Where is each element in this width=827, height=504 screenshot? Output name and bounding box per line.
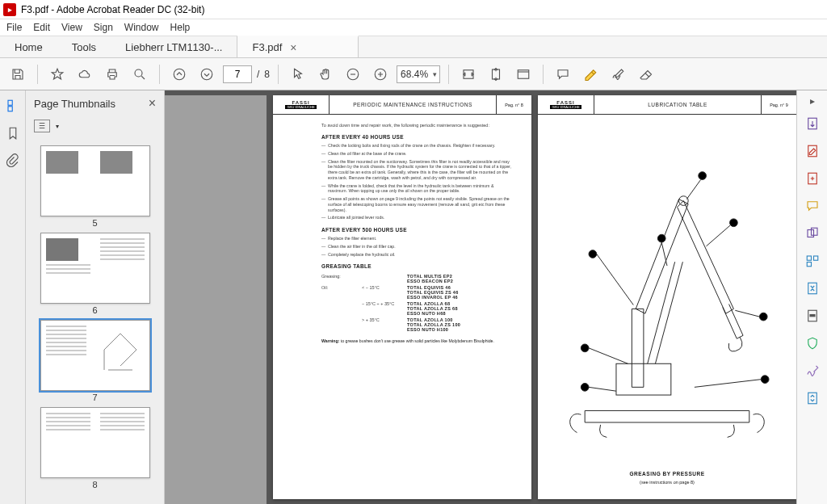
zoom-select[interactable]: 68.4% <box>397 65 440 83</box>
svg-point-13 <box>581 344 589 352</box>
thumbnail-5[interactable]: 5 <box>40 145 150 228</box>
window-titlebar: ▸ F3.pdf - Adobe Acrobat Reader DC (32-b… <box>0 0 827 19</box>
svg-rect-26 <box>813 256 817 260</box>
workspace: Page Thumbnails × ☰ 5 6 7 <box>0 90 827 504</box>
protect-icon[interactable] <box>802 333 823 354</box>
page-number-input[interactable] <box>223 65 252 83</box>
thumbnails-rail-icon[interactable] <box>4 97 22 115</box>
svg-rect-9 <box>8 107 12 111</box>
combine-icon[interactable] <box>802 223 823 244</box>
create-pdf-icon[interactable] <box>802 168 823 189</box>
export-pdf-icon[interactable] <box>802 113 823 134</box>
doc-tab-2[interactable]: F3.pdf × <box>237 36 359 57</box>
svg-rect-23 <box>808 230 814 237</box>
svg-point-19 <box>657 234 665 242</box>
thumbnail-7[interactable]: 7 <box>40 320 150 402</box>
pdf-page-right: FASSIGRU IDRAULICHE LUBRICATION TABLE Pa… <box>538 95 796 499</box>
close-panel-icon[interactable]: × <box>149 96 156 111</box>
print-icon[interactable] <box>101 63 124 86</box>
menu-sign[interactable]: Sign <box>94 22 113 33</box>
thumbnail-6[interactable]: 6 <box>40 233 150 315</box>
save-icon[interactable] <box>6 63 29 86</box>
crane-diagram: GREASING BY PRESSURE (see instructions o… <box>538 120 796 467</box>
page-right-title: LUBRICATION TABLE <box>594 102 761 107</box>
convert-icon[interactable] <box>802 388 823 409</box>
page-right-no: Pag. n° 9 <box>761 95 796 114</box>
doc-tab-2-label: F3.pdf <box>252 41 282 53</box>
svg-rect-7 <box>518 69 529 78</box>
erase-icon[interactable] <box>634 63 657 86</box>
page-left-no: Pag. n° 8 <box>496 95 531 114</box>
close-tab-icon[interactable]: × <box>290 41 296 54</box>
hand-icon[interactable] <box>314 63 337 86</box>
svg-rect-27 <box>807 262 811 267</box>
svg-point-18 <box>761 376 769 384</box>
zoom-out-icon[interactable] <box>342 63 364 86</box>
svg-point-15 <box>699 172 707 180</box>
bookmark-rail-icon[interactable] <box>4 124 22 142</box>
thumbnail-panel: Page Thumbnails × ☰ 5 6 7 <box>26 90 165 504</box>
thumbnail-options-icon[interactable]: ☰ <box>34 120 50 132</box>
svg-point-14 <box>581 384 589 392</box>
window-title: F3.pdf - Adobe Acrobat Reader DC (32-bit… <box>21 4 204 15</box>
redact-icon[interactable] <box>802 305 823 326</box>
main-toolbar: / 8 68.4% <box>0 58 827 90</box>
zoom-in-icon[interactable] <box>369 63 392 86</box>
comment-tool-icon[interactable] <box>802 195 823 216</box>
highlight-icon[interactable] <box>579 63 602 86</box>
left-rail <box>0 90 26 504</box>
svg-point-0 <box>135 69 142 77</box>
page-separator: / <box>257 69 259 80</box>
page-up-icon[interactable] <box>168 63 191 86</box>
tab-bar: Home Tools Liebherr LTM1130-... F3.pdf × <box>0 36 827 58</box>
edit-pdf-icon[interactable] <box>802 141 823 162</box>
svg-point-17 <box>759 313 767 321</box>
fill-sign-icon[interactable] <box>802 360 823 381</box>
thumbnail-list: 5 6 7 8 <box>26 136 164 504</box>
page-left-title: PERIODIC MAINTENANCE INSTRUCTIONS <box>330 102 496 107</box>
read-mode-icon[interactable] <box>512 63 535 86</box>
page-down-icon[interactable] <box>195 63 218 86</box>
menu-bar: File Edit View Sign Window Help <box>0 19 827 36</box>
svg-rect-24 <box>811 228 817 235</box>
menu-edit[interactable]: Edit <box>33 22 50 33</box>
doc-tab-1[interactable]: Liebherr LTM1130-... <box>111 36 237 57</box>
menu-view[interactable]: View <box>61 22 82 33</box>
thumbnail-8[interactable]: 8 <box>40 407 150 489</box>
tab-home[interactable]: Home <box>0 36 57 57</box>
svg-point-16 <box>730 219 738 227</box>
fit-width-icon[interactable] <box>457 63 480 86</box>
svg-point-12 <box>589 250 597 258</box>
tab-tools[interactable]: Tools <box>57 36 111 57</box>
cloud-icon[interactable] <box>73 63 96 86</box>
svg-rect-31 <box>808 393 817 404</box>
organize-icon[interactable] <box>802 250 823 271</box>
svg-point-2 <box>201 69 212 80</box>
comment-icon[interactable] <box>552 63 574 86</box>
svg-point-1 <box>174 69 185 80</box>
menu-window[interactable]: Window <box>124 22 159 33</box>
page-total: 8 <box>264 69 270 80</box>
thumbnail-panel-title: Page Thumbnails <box>34 98 115 110</box>
page-margin <box>165 95 267 504</box>
sign-icon[interactable] <box>607 63 629 86</box>
pdf-icon: ▸ <box>3 3 16 16</box>
attachment-rail-icon[interactable] <box>4 152 22 170</box>
menu-help[interactable]: Help <box>170 22 191 33</box>
right-rail: ▸ <box>796 90 827 504</box>
compress-icon[interactable] <box>802 278 823 299</box>
search-icon[interactable] <box>128 63 151 86</box>
document-view[interactable]: FASSIGRU IDRAULICHE PERIODIC MAINTENANCE… <box>165 90 796 504</box>
menu-file[interactable]: File <box>6 22 22 33</box>
pointer-icon[interactable] <box>287 63 309 86</box>
svg-rect-25 <box>807 256 811 260</box>
svg-rect-30 <box>810 315 815 317</box>
fit-page-icon[interactable] <box>485 63 507 86</box>
svg-rect-8 <box>8 100 12 105</box>
star-icon[interactable] <box>46 63 69 86</box>
doc-tab-1-label: Liebherr LTM1130-... <box>125 41 222 53</box>
collapse-right-icon[interactable]: ▸ <box>810 95 815 107</box>
pdf-page-left: FASSIGRU IDRAULICHE PERIODIC MAINTENANCE… <box>273 95 531 499</box>
